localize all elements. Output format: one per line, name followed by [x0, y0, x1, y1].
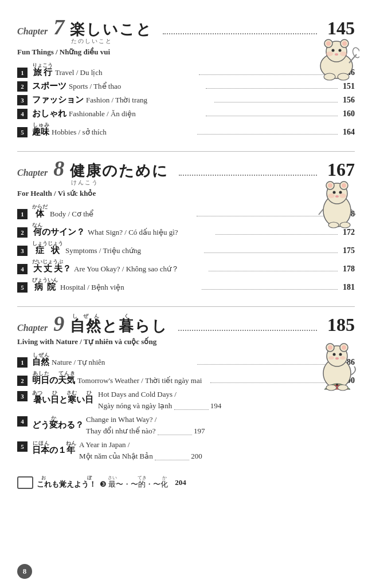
- svg-point-5: [342, 41, 347, 46]
- item-jp: 大丈夫だいじょうぶ？: [32, 259, 72, 274]
- item-number: 4: [17, 416, 28, 427]
- svg-point-12: [351, 46, 359, 58]
- svg-line-26: [319, 209, 323, 215]
- item-number: 5: [17, 282, 28, 293]
- item-page: 178: [343, 265, 355, 274]
- item-number: 2: [17, 81, 28, 92]
- item-jp: どう変かわる？: [32, 415, 84, 431]
- list-item: 1 旅行りょこう Travel / Du lịch 146: [17, 62, 355, 78]
- svg-point-42: [336, 384, 338, 386]
- chapter-8-heading: Chapter 8 健康のために けんこう 167: [17, 157, 355, 188]
- item-jp: 日本にほんの１年ねん: [32, 440, 77, 456]
- item-dots: [216, 234, 338, 235]
- svg-point-13: [324, 73, 335, 80]
- item-number: 5: [17, 441, 28, 452]
- chapter-9: Chapter 9 自然しぜんと暮くらし 185 Living with Nat…: [17, 313, 355, 346]
- svg-point-10: [340, 52, 347, 56]
- chapter-9-number: 9: [53, 313, 64, 334]
- item-dots: [204, 252, 338, 253]
- item-jp: 自然しぜん: [32, 352, 49, 368]
- list-item: 1 体からだ Body / Cơ thể 168: [17, 204, 355, 219]
- item-jp: おしゃれ: [32, 108, 66, 119]
- chapter-7-number: 7: [53, 16, 64, 38]
- item-jp: 明日あしたの天気てんき: [32, 370, 75, 386]
- list-item: 2 何なんのサイン？ What Sign? / Có dấu hiệu gì? …: [17, 222, 355, 238]
- item-number: 3: [17, 95, 28, 105]
- svg-point-25: [339, 194, 346, 198]
- item-page: 156: [343, 96, 355, 105]
- item-number: 4: [17, 264, 28, 274]
- item-translation: Hospital / Bệnh viện: [60, 283, 197, 292]
- svg-point-8: [335, 53, 338, 56]
- svg-point-35: [342, 345, 346, 350]
- item-number: 2: [17, 227, 28, 238]
- item-number: 3: [17, 246, 28, 256]
- note-row: これも覚えよう！おぼ ❸ 最さい〜・〜的てき・〜化か 204: [17, 475, 355, 490]
- svg-point-23: [335, 195, 339, 198]
- svg-line-27: [351, 209, 355, 215]
- item-number: 4: [17, 109, 28, 119]
- chapter-9-heading: Chapter 9 自然しぜんと暮くらし 185: [17, 313, 355, 336]
- item-jp: 病院びょういん: [32, 277, 58, 293]
- item-translation: What Sign? / Có dấu hiệu gì?: [88, 228, 210, 237]
- list-item: 4 おしゃれ Fashionable / Ăn diện 160: [17, 108, 355, 119]
- item-page: 164: [343, 128, 355, 137]
- svg-point-39: [328, 356, 334, 360]
- chapter-9-items: 1 自然しぜん Nature / Tự nhiên 186 2 明日あしたの天気…: [17, 352, 355, 461]
- svg-point-29: [340, 222, 350, 228]
- note-text: これも覚えよう！おぼ: [37, 475, 96, 490]
- note-box-icon: [17, 476, 33, 489]
- svg-point-9: [326, 52, 333, 56]
- item-translation: Change in What Way? / Thay đổi như thế n…: [86, 414, 355, 436]
- svg-point-34: [328, 345, 332, 350]
- list-item: 3 症状しょうじょう Symptoms / Triệu chứng 175: [17, 240, 355, 256]
- chapter-9-subtitle: Living with Nature / Tự nhiên và cuộc số…: [17, 337, 355, 346]
- item-dots: [206, 116, 338, 116]
- item-page: 175: [343, 246, 355, 255]
- item-translation: Hobbies / sở thích: [52, 128, 192, 137]
- chapter-8-label: Chapter: [17, 168, 48, 178]
- svg-point-21: [333, 191, 336, 194]
- item-jp: 暑あつい日ひと寒さむい日ひ: [32, 390, 96, 405]
- svg-point-19: [328, 183, 332, 188]
- page: Chapter 7 楽しいこと たのしいこと 145 Fun Things / …: [0, 0, 372, 588]
- item-translation: Sports / Thể thao: [69, 82, 201, 91]
- item-page: 181: [343, 283, 355, 292]
- svg-point-45: [338, 385, 348, 390]
- svg-point-44: [326, 385, 336, 390]
- svg-point-36: [333, 353, 336, 356]
- item-translation: A Year in Japan / Một năm của Nhật Bản 2…: [79, 439, 355, 461]
- divider: [17, 151, 355, 152]
- svg-point-7: [339, 49, 342, 52]
- chapter-7-illustration: [308, 34, 359, 86]
- svg-point-40: [340, 356, 346, 360]
- list-item: 5 日本にほんの１年ねん A Year in Japan / Một năm c…: [17, 439, 355, 461]
- chapter-7-subtitle: Fun Things / Những điều vui: [17, 48, 355, 57]
- item-translation: Body / Cơ thể: [50, 210, 191, 219]
- svg-point-6: [332, 49, 335, 52]
- svg-point-37: [339, 353, 342, 356]
- chapter-8-illustration: [313, 177, 362, 232]
- note-page: 204: [175, 478, 186, 487]
- item-jp: スポーツ: [32, 81, 66, 92]
- chapter-8-title: 健康のために けんこう: [70, 161, 169, 188]
- svg-point-28: [328, 222, 339, 228]
- item-translation: Nature / Tự nhiên: [52, 358, 192, 367]
- divider: [17, 306, 355, 307]
- list-item: 4 どう変かわる？ Change in What Way? / Thay đổi…: [17, 414, 355, 436]
- item-jp: ファッション: [32, 94, 84, 105]
- list-item: 2 スポーツ Sports / Thể thao 151: [17, 81, 355, 92]
- item-translation: Are You Okay? / Không sao chứ？: [74, 264, 203, 274]
- item-number: 3: [17, 391, 28, 401]
- chapter-8-number: 8: [53, 157, 64, 179]
- svg-point-14: [338, 73, 349, 80]
- item-dots: [202, 289, 338, 290]
- svg-point-24: [328, 194, 335, 198]
- item-jp: 趣味しゅみ: [32, 122, 49, 137]
- item-number: 1: [17, 68, 28, 78]
- item-dots: [209, 271, 338, 271]
- list-item: 2 明日あしたの天気てんき Tomorrow's Weather / Thời …: [17, 370, 355, 386]
- chapter-9-page: 185: [327, 314, 355, 336]
- item-jp: 体からだ: [32, 204, 48, 219]
- item-number: 5: [17, 127, 28, 137]
